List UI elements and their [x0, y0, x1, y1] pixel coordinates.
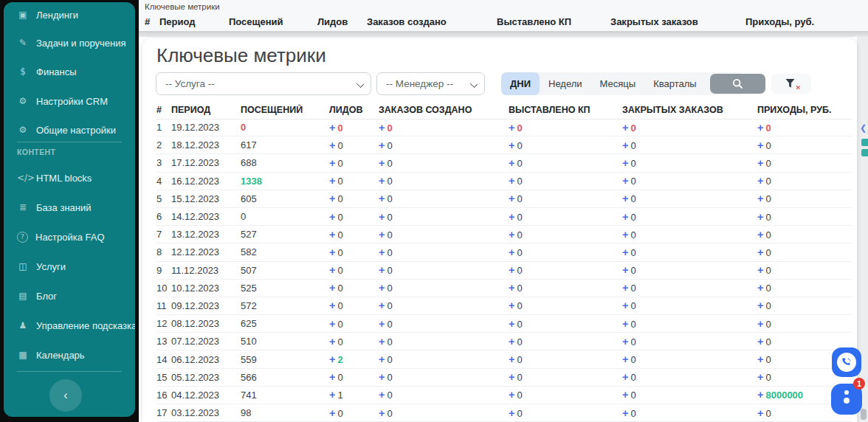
add-value-button[interactable]: + [757, 122, 763, 134]
sidebar-item-grid[interactable]: ▤Блог [17, 286, 131, 305]
add-value-button[interactable]: + [379, 193, 385, 204]
search-button[interactable] [710, 74, 765, 94]
sidebar-item-dollar[interactable]: $Финансы [17, 62, 131, 81]
add-value-button[interactable]: + [509, 229, 514, 241]
add-value-button[interactable]: + [329, 193, 335, 204]
add-value-button[interactable]: + [509, 157, 514, 169]
add-value-button[interactable]: + [379, 229, 385, 241]
add-value-button[interactable]: + [379, 371, 385, 383]
add-value-button[interactable]: + [622, 139, 628, 151]
add-value-button[interactable]: + [509, 193, 514, 204]
add-value-button[interactable]: + [509, 371, 514, 383]
sidebar-item-code[interactable]: </>HTML blocks [17, 168, 131, 187]
add-value-button[interactable]: + [509, 264, 514, 276]
add-value-button[interactable]: + [757, 264, 763, 276]
add-value-button[interactable]: + [757, 175, 763, 187]
add-value-button[interactable]: + [509, 246, 514, 258]
clear-filter-button[interactable]: ✕ [771, 74, 811, 94]
add-value-button[interactable]: + [509, 175, 514, 187]
add-value-button[interactable]: + [509, 389, 514, 401]
add-value-button[interactable]: + [622, 264, 628, 276]
sidebar-item-calendar[interactable]: ▦Календарь [17, 345, 131, 364]
add-value-button[interactable]: + [379, 157, 385, 169]
add-value-button[interactable]: + [757, 371, 763, 383]
add-value-button[interactable]: + [329, 264, 335, 276]
add-value-button[interactable]: + [757, 300, 763, 311]
add-value-button[interactable]: + [329, 389, 335, 401]
add-value-button[interactable]: + [757, 353, 763, 365]
add-value-button[interactable]: + [509, 407, 514, 419]
add-value-button[interactable]: + [757, 246, 763, 258]
manager-select[interactable]: -- Менеджер -- [376, 72, 485, 95]
add-value-button[interactable]: + [509, 336, 514, 347]
add-value-button[interactable]: + [509, 139, 514, 151]
add-value-button[interactable]: + [379, 282, 385, 294]
add-value-button[interactable]: + [379, 122, 385, 134]
add-value-button[interactable]: + [329, 122, 335, 134]
add-value-button[interactable]: + [622, 371, 628, 383]
sidebar-item-question[interactable]: ?Настройка FAQ [17, 227, 131, 246]
add-value-button[interactable]: + [329, 371, 335, 383]
add-value-button[interactable]: + [379, 389, 385, 401]
edge-chevron-icon[interactable]: ❮ [860, 123, 867, 133]
sidebar-item-user-gear[interactable]: ⚙Настройки CRM [17, 91, 131, 111]
add-value-button[interactable]: + [329, 407, 335, 419]
add-value-button[interactable]: + [622, 282, 628, 294]
add-value-button[interactable]: + [622, 300, 628, 311]
sidebar-item-person[interactable]: ♟Управление подсказками [17, 316, 131, 335]
sidebar-collapse-button[interactable]: ‹ [49, 379, 82, 412]
add-value-button[interactable]: + [329, 282, 335, 294]
add-value-button[interactable]: + [622, 353, 628, 365]
add-value-button[interactable]: + [622, 175, 628, 187]
sidebar-item-books[interactable]: ≣База знаний [17, 198, 131, 217]
add-value-button[interactable]: + [379, 353, 385, 365]
add-value-button[interactable]: + [509, 282, 514, 294]
sidebar-item-pencil[interactable]: ✎Задачи и поручения [17, 33, 131, 52]
add-value-button[interactable]: + [509, 353, 514, 365]
add-value-button[interactable]: + [757, 389, 763, 401]
add-value-button[interactable]: + [509, 211, 514, 223]
add-value-button[interactable]: + [329, 336, 335, 347]
add-value-button[interactable]: + [329, 175, 335, 187]
add-value-button[interactable]: + [622, 246, 628, 258]
horizontal-scrollbar[interactable] [139, 31, 868, 37]
add-value-button[interactable]: + [379, 407, 385, 419]
service-select[interactable]: -- Услуга -- [156, 72, 371, 95]
period-button-1[interactable]: ДНИ [501, 72, 540, 95]
add-value-button[interactable]: + [379, 264, 385, 276]
add-value-button[interactable]: + [757, 282, 763, 294]
period-button-4[interactable]: Кварталы [644, 72, 705, 95]
add-value-button[interactable]: + [329, 139, 335, 151]
add-value-button[interactable]: + [509, 122, 514, 134]
add-value-button[interactable]: + [757, 193, 763, 204]
phone-fab-button[interactable] [832, 347, 861, 377]
period-button-2[interactable]: Недели [540, 72, 591, 95]
add-value-button[interactable]: + [379, 300, 385, 311]
add-value-button[interactable]: + [757, 211, 763, 223]
edge-widget-icon[interactable] [861, 149, 868, 156]
add-value-button[interactable]: + [622, 318, 628, 330]
add-value-button[interactable]: + [379, 336, 385, 347]
sidebar-item-gear[interactable]: ⚙Общие настройки [17, 120, 131, 139]
vertical-scrollbar-thumb[interactable] [861, 409, 867, 420]
add-value-button[interactable]: + [622, 122, 628, 134]
edge-widget-icon[interactable] [861, 139, 868, 146]
add-value-button[interactable]: + [509, 300, 514, 311]
add-value-button[interactable]: + [622, 407, 628, 419]
add-value-button[interactable]: + [622, 157, 628, 169]
add-value-button[interactable]: + [757, 139, 763, 151]
add-value-button[interactable]: + [622, 336, 628, 347]
add-value-button[interactable]: + [329, 318, 335, 330]
add-value-button[interactable]: + [622, 193, 628, 204]
add-value-button[interactable]: + [329, 157, 335, 169]
add-value-button[interactable]: + [622, 211, 628, 223]
add-value-button[interactable]: + [329, 300, 335, 311]
add-value-button[interactable]: + [757, 407, 763, 419]
add-value-button[interactable]: + [329, 246, 335, 258]
add-value-button[interactable]: + [509, 318, 514, 330]
add-value-button[interactable]: + [757, 157, 763, 169]
add-value-button[interactable]: + [757, 318, 763, 330]
period-button-3[interactable]: Месяцы [591, 72, 645, 95]
sidebar-item-landing[interactable]: ▣Лендинги [17, 5, 131, 24]
add-value-button[interactable]: + [379, 318, 385, 330]
